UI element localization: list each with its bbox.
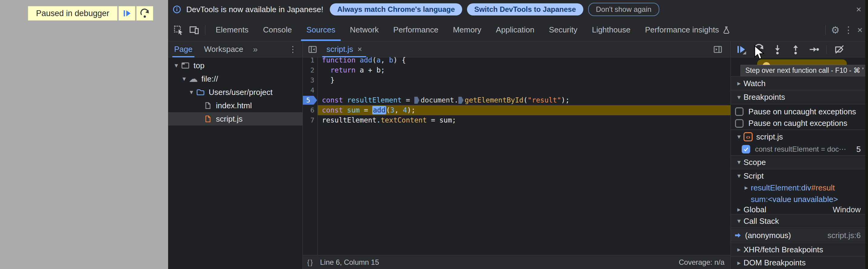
- scope-var-sum[interactable]: sum : <value unavailable>: [731, 193, 868, 205]
- tab-performance-insights[interactable]: Performance insights: [638, 19, 738, 41]
- tree-item-top[interactable]: ▾ top: [168, 59, 307, 72]
- navigator-menu-kebab-icon[interactable]: ⋮: [287, 44, 299, 54]
- always-match-language-button[interactable]: Always match Chrome's language: [330, 3, 462, 16]
- tab-network[interactable]: Network: [343, 19, 386, 41]
- tab-security[interactable]: Security: [542, 19, 585, 41]
- gutter-line-number[interactable]: 1: [303, 55, 314, 65]
- gutter-line-number[interactable]: 2: [303, 65, 314, 75]
- step-button[interactable]: [808, 44, 819, 55]
- resume-script-button[interactable]: [736, 44, 747, 55]
- file-icon: [203, 101, 213, 110]
- tree-item-label: Users/user/project: [209, 88, 273, 97]
- section-label: Scope: [744, 158, 766, 167]
- more-tabs-chevrons-icon[interactable]: »: [253, 45, 258, 54]
- caret-down-icon[interactable]: ▾: [187, 88, 195, 96]
- code-token: = sum;: [427, 116, 456, 124]
- gutter-line-number: 5: [306, 97, 310, 104]
- collapse-navigator-icon[interactable]: [307, 43, 319, 55]
- section-watch[interactable]: ▸ Watch: [731, 76, 868, 90]
- tab-memory[interactable]: Memory: [445, 19, 489, 41]
- tab-console[interactable]: Console: [256, 19, 299, 41]
- gutter-line-number[interactable]: 4: [303, 85, 314, 95]
- debugger-toolbar: [731, 41, 868, 57]
- code-line-7[interactable]: resultElement.textContent = sum;: [318, 115, 731, 125]
- paused-banner-label: Paused in debugger: [28, 6, 118, 21]
- devtools-menu-kebab-icon[interactable]: ⋮: [842, 25, 855, 35]
- caret-down-icon[interactable]: ▾: [172, 61, 180, 70]
- section-xhr-fetch-breakpoints[interactable]: ▸ XHR/fetch Breakpoints: [731, 243, 868, 257]
- banner-step-over-button[interactable]: [136, 6, 153, 21]
- checkbox-unchecked[interactable]: [735, 119, 744, 128]
- tab-application[interactable]: Application: [489, 19, 541, 41]
- code-token: textContent: [381, 116, 427, 124]
- checkbox-unchecked[interactable]: [735, 107, 744, 116]
- caret-right-icon: ▸: [735, 246, 744, 253]
- device-toolbar-icon[interactable]: [188, 24, 200, 36]
- file-tab-close-icon[interactable]: ×: [358, 45, 362, 54]
- code-line-2[interactable]: return a + b;: [318, 65, 731, 75]
- tab-elements[interactable]: Elements: [208, 19, 256, 41]
- code-token: document: [421, 96, 454, 104]
- breakpoint-group-scriptjs[interactable]: ▾ ‹› script.js: [731, 130, 868, 143]
- breakpoint-group-label: script.js: [756, 132, 783, 142]
- script-file-badge-icon: ‹›: [744, 132, 753, 141]
- gutter-line-number[interactable]: 7: [303, 115, 314, 125]
- scope-group-script[interactable]: ▾ Script: [731, 170, 868, 182]
- experiment-flask-icon: [722, 26, 731, 34]
- gutter-line-number[interactable]: 3: [303, 75, 314, 85]
- call-stack-frame-row[interactable]: (anonymous) script.js:6: [731, 228, 868, 242]
- tree-item-project-folder[interactable]: ▾ Users/user/project: [168, 85, 322, 99]
- code-line-3[interactable]: }: [318, 75, 731, 85]
- code-line-5[interactable]: const resultElement = document.getElemen…: [318, 95, 731, 105]
- tree-item-label: top: [193, 61, 205, 70]
- deactivate-breakpoints-button[interactable]: [834, 44, 845, 55]
- switch-devtools-japanese-button[interactable]: Switch DevTools to Japanese: [467, 3, 583, 16]
- gutter-line-number[interactable]: 6: [303, 105, 314, 115]
- scope-group-global[interactable]: ▸ Global Window: [731, 205, 868, 214]
- step-into-button[interactable]: [772, 44, 783, 55]
- section-call-stack[interactable]: ▾ Call Stack: [731, 214, 868, 228]
- navigator-tab-workspace[interactable]: Workspace: [202, 42, 245, 57]
- inspect-element-icon[interactable]: [172, 24, 184, 36]
- scope-var-resultelement[interactable]: ▸ resultElement : div #result: [731, 182, 868, 193]
- tab-performance-insights-label: Performance insights: [645, 25, 719, 34]
- section-breakpoints[interactable]: ▾ Breakpoints: [731, 90, 868, 104]
- section-dom-breakpoints[interactable]: ▸ DOM Breakpoints: [731, 257, 868, 269]
- step-out-button[interactable]: [790, 44, 801, 55]
- pretty-print-icon[interactable]: { }: [307, 258, 312, 267]
- dimmed-page-area: Paused in debugger: [0, 0, 168, 269]
- navigator-tab-page[interactable]: Page: [172, 42, 194, 57]
- tree-item-file-protocol[interactable]: ▾ ☁ file://: [168, 72, 315, 85]
- tab-performance[interactable]: Performance: [386, 19, 446, 41]
- code-token: a + b;: [360, 66, 385, 74]
- code-token: "result": [528, 96, 561, 104]
- inline-breakpoint-marker[interactable]: [414, 97, 420, 104]
- code-line-6-paused[interactable]: const sum = add(3, 4);: [318, 105, 731, 115]
- code-token: =: [402, 96, 414, 104]
- tab-sources[interactable]: Sources: [299, 19, 343, 41]
- file-tab-scriptjs[interactable]: script.js ×: [322, 42, 366, 57]
- banner-resume-button[interactable]: [118, 6, 135, 21]
- inline-breakpoint-marker[interactable]: [458, 97, 463, 104]
- settings-gear-icon[interactable]: ⚙: [829, 25, 842, 34]
- dont-show-again-button[interactable]: Don't show again: [588, 3, 659, 16]
- tab-lighthouse[interactable]: Lighthouse: [585, 19, 638, 41]
- devtools-close-icon[interactable]: ×: [855, 25, 865, 34]
- collapse-debugger-sidebar-icon[interactable]: [712, 43, 724, 55]
- section-label: XHR/fetch Breakpoints: [744, 245, 823, 254]
- code-token: return: [331, 66, 360, 74]
- code-line-1[interactable]: function add(a, b) {: [318, 55, 731, 65]
- scope-group-label: Script: [744, 171, 764, 181]
- checkbox-checked[interactable]: [742, 145, 750, 154]
- selected-call-target-token[interactable]: add: [372, 106, 386, 114]
- code-line-4[interactable]: [318, 85, 731, 95]
- scope-var-value-id: #result: [811, 183, 835, 193]
- infobar-close-icon[interactable]: ×: [854, 5, 864, 14]
- caret-down-icon[interactable]: ▾: [180, 75, 188, 83]
- code-token: );: [407, 106, 415, 114]
- pause-on-uncaught-exceptions-row[interactable]: Pause on uncaught exceptions: [731, 106, 868, 118]
- breakpoint-entry-row[interactable]: const resultElement = doc⋯ 5: [731, 143, 868, 155]
- section-scope[interactable]: ▾ Scope: [731, 155, 868, 169]
- pause-on-caught-exceptions-row[interactable]: Pause on caught exceptions: [731, 118, 868, 130]
- caret-down-icon: ▾: [735, 93, 744, 101]
